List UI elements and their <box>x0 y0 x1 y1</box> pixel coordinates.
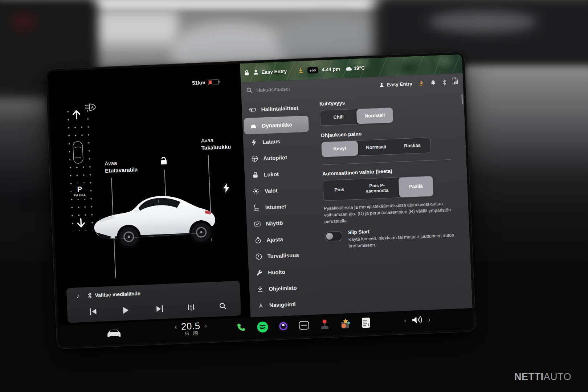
open-trunk-button[interactable]: Avaa Takaluukku <box>201 136 231 151</box>
bolt-icon <box>250 139 258 146</box>
sos-button[interactable]: sos <box>307 67 318 73</box>
battery-range[interactable]: 51km <box>192 79 219 86</box>
bluetooth-icon[interactable] <box>442 79 446 85</box>
display-icon <box>253 220 261 228</box>
clock: 4.44 pm <box>322 66 340 72</box>
lock-icon <box>251 171 260 179</box>
download-icon[interactable] <box>298 67 304 74</box>
profile-icon <box>253 69 259 75</box>
map-profile-name[interactable]: Easy Entry <box>261 68 287 75</box>
profile-icon <box>379 82 385 88</box>
steering-wheel-icon <box>250 155 259 162</box>
sidebar-item-autopilot[interactable]: Autopilot <box>245 148 310 167</box>
sidebar-item-software[interactable]: Ohjelmisto <box>250 279 316 298</box>
auto-shift-title: Automaattinen vaihto (beeta) <box>322 165 458 177</box>
volume-control: ‹ › <box>404 315 431 325</box>
toybox-app-icon[interactable] <box>339 317 352 330</box>
acceleration-chill[interactable]: Chill <box>320 109 357 126</box>
more-apps-icon[interactable] <box>298 319 310 332</box>
shift-up-arrow[interactable] <box>71 109 82 120</box>
profile-button[interactable]: Easy Entry <box>379 81 412 88</box>
sidebar-item-controls[interactable]: Hallintalaitteet <box>243 99 309 118</box>
steering-segmented: Kevyt Normaali Raskas <box>321 137 431 158</box>
select-media-source[interactable]: Valitse medialähde <box>87 290 140 299</box>
bluetooth-icon <box>87 292 92 298</box>
toggle-icon <box>248 106 257 113</box>
front-defrost-icon[interactable] <box>184 331 189 336</box>
sidebar-item-service[interactable]: Huolto <box>250 262 315 281</box>
media-player: ♪ Valitse medialähde <box>66 281 241 323</box>
acceleration-title: Kiihtyvyys <box>319 95 455 107</box>
auto-shift-on[interactable]: Päällä <box>399 176 433 197</box>
lock-icon <box>244 69 250 76</box>
touchscreen: A 51km P PAINA <box>48 54 474 346</box>
spotify-app-icon[interactable] <box>256 320 269 333</box>
phone-app-icon[interactable] <box>236 322 248 334</box>
nettiauto-watermark: NETTIAUTO <box>514 371 571 383</box>
sidebar-item-charging[interactable]: Lataus <box>244 132 310 151</box>
temp-decrease-chevron[interactable]: ‹ <box>174 323 177 330</box>
range-value: 51km <box>192 79 205 86</box>
sidebar-item-seats[interactable]: Istuimet <box>247 197 313 216</box>
auto-shift-off[interactable]: Pois <box>323 179 356 200</box>
sidebar-item-locks[interactable]: Lukot <box>246 164 311 183</box>
camera-app-icon[interactable] <box>277 320 290 332</box>
play-button[interactable] <box>121 305 131 315</box>
arcade-joystick-icon[interactable] <box>318 318 331 331</box>
auto-shift-segmented: Pois Pois P-asennosta Päällä <box>323 176 434 201</box>
settings-side: Easy Entry sos 4.44 pm 19°C Hakuasetukse… <box>240 54 473 338</box>
vehicle-controls-button[interactable] <box>106 328 122 339</box>
previous-track-button[interactable] <box>88 307 98 317</box>
equalizer-icon[interactable] <box>186 303 196 313</box>
slip-start-row: Slip Start Käytä lumeen, hiekkaan tai mu… <box>325 225 461 250</box>
auto-shift-description: Pysäköitäessä ja monipistekäännöksissä a… <box>324 200 455 225</box>
sidebar-item-lights[interactable]: Valot <box>246 181 312 200</box>
acceleration-segmented: Chill Normaali <box>320 107 394 126</box>
steering-heavy[interactable]: Raskas <box>394 138 431 154</box>
shift-down-arrow[interactable] <box>76 217 86 229</box>
software-download-icon[interactable] <box>418 80 424 86</box>
vehicle-render <box>83 171 240 265</box>
notes-app-icon[interactable]: i <box>360 316 372 329</box>
steering-light[interactable]: Kevyt <box>321 141 358 157</box>
wrench-icon <box>255 269 264 277</box>
search-icon <box>246 87 253 94</box>
lte-signal-icon[interactable]: LTE <box>452 79 458 84</box>
steering-normal[interactable]: Normaali <box>358 139 395 155</box>
weather-cloud-icon <box>345 66 352 71</box>
settings-panel: Hakuasetukset Easy Entry LTE <box>241 73 473 317</box>
temperature-value[interactable]: 20.5 <box>181 320 200 332</box>
sidebar-item-dynamics[interactable]: Dynamiikka <box>244 115 309 134</box>
climate-temperature-control: ‹ 20.5 › <box>166 320 216 337</box>
slip-start-toggle[interactable] <box>325 231 343 242</box>
sidebar-item-navigation[interactable]: Navigointi <box>251 295 317 314</box>
media-search-icon[interactable] <box>218 301 228 311</box>
next-track-button[interactable] <box>155 304 165 314</box>
timer-icon <box>254 237 262 244</box>
touchscreen-bezel: A 51km P PAINA <box>45 52 476 349</box>
search-placeholder: Hakuasetukset <box>256 86 290 93</box>
volume-down-chevron[interactable]: ‹ <box>404 317 407 324</box>
speaker-icon[interactable] <box>412 315 423 324</box>
download-icon <box>256 286 264 293</box>
dynamics-content: Kiihtyvyys Chill Normaali Ohjauksen pain… <box>310 90 473 314</box>
sidebar-item-safety[interactable]: Turvallisuus <box>249 246 315 265</box>
rear-defrost-icon[interactable] <box>192 331 198 336</box>
sidebar-item-display[interactable]: Näyttö <box>248 213 313 232</box>
sidebar-item-schedule[interactable]: Ajasta <box>249 230 314 249</box>
notifications-bell-icon[interactable] <box>430 80 436 86</box>
acceleration-normal[interactable]: Normaali <box>356 108 393 124</box>
car-topview-icon <box>72 140 85 165</box>
settings-sidebar: Hallintalaitteet Dynamiikka Lataus Autop… <box>241 96 319 317</box>
volume-up-chevron[interactable]: › <box>428 316 430 323</box>
navigation-icon <box>257 302 265 309</box>
auto-shift-off-park[interactable]: Pois P-asennosta <box>355 177 399 199</box>
svg-text:A: A <box>91 105 94 109</box>
battery-icon <box>208 79 219 85</box>
car-icon <box>249 122 257 130</box>
divider <box>322 159 451 165</box>
temp-increase-chevron[interactable]: › <box>204 322 207 329</box>
open-frunk-button[interactable]: Avaa Etutavaratila <box>105 159 138 174</box>
outside-temperature: 19°C <box>354 65 365 71</box>
unlock-icon[interactable] <box>158 155 170 166</box>
